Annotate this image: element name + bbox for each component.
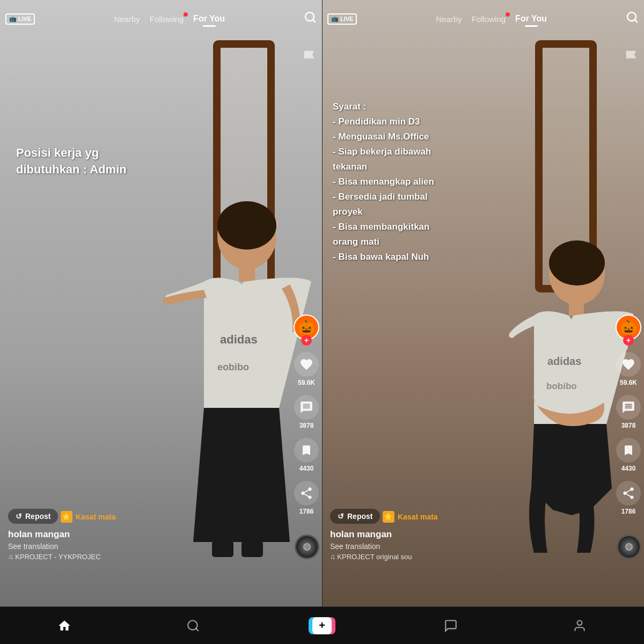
left-comment-icon [294, 395, 319, 420]
right-repost-label: Repost [347, 512, 372, 521]
right-live-badge[interactable]: 📺 LIVE [327, 13, 357, 25]
right-bottom-info: ↺ Repost ⭐ Kasat mata holan mangan See t… [330, 509, 609, 561]
svg-line-19 [196, 628, 199, 631]
left-person-figure: adidas eobibo [161, 140, 311, 569]
right-music-disc-center [625, 543, 633, 551]
right-bookmark-count: 4430 [621, 465, 636, 472]
panel-divider [322, 0, 323, 606]
right-share-count: 1786 [621, 508, 636, 515]
left-share-count: 1786 [299, 508, 314, 515]
left-bottom-info: ↺ Repost ⭐ Kasat mata holan mangan See t… [8, 509, 287, 561]
right-follow-button[interactable]: + [623, 335, 634, 346]
left-nav-for-you[interactable]: For You [193, 14, 225, 24]
svg-line-1 [313, 20, 315, 22]
right-nav-following[interactable]: Following [472, 14, 506, 24]
left-badge-label: Kasat mata [76, 513, 116, 521]
right-share-icon [616, 481, 641, 506]
right-flag-icon[interactable] [624, 48, 639, 65]
left-badge-icon: ⭐ [61, 511, 72, 523]
right-overlay-text: Syarat : - Pendidikan min D3 - Menguasai… [333, 101, 434, 262]
svg-line-11 [635, 20, 637, 22]
bottom-nav-inbox[interactable] [386, 619, 515, 633]
right-video-panel: 📺 LIVE Nearby Following For You [322, 0, 644, 606]
left-like-button[interactable]: 59.6K [294, 352, 319, 386]
right-bookmark-icon [616, 438, 641, 463]
right-tv-icon: 📺 [331, 16, 339, 23]
left-follow-button[interactable]: + [301, 335, 312, 346]
inbox-icon [444, 619, 458, 633]
right-share-button[interactable]: 1786 [616, 481, 641, 515]
left-repost-button[interactable]: ↺ Repost [8, 509, 58, 524]
right-like-count: 59.6K [620, 379, 637, 386]
bottom-nav-add[interactable]: + [258, 617, 386, 634]
right-comment-icon [616, 395, 641, 420]
left-nav-nearby[interactable]: Nearby [114, 14, 140, 24]
right-music-info[interactable]: ♫ KPROJECT original sou [330, 553, 609, 561]
add-center-bg: + [312, 617, 332, 634]
left-like-count: 59.6K [298, 379, 315, 386]
left-music-badge: ⭐ Kasat mata [61, 511, 116, 523]
left-bookmark-button[interactable]: 4430 [294, 438, 319, 472]
left-translation[interactable]: See translation [8, 542, 287, 551]
left-share-icon [294, 481, 319, 506]
svg-point-14 [549, 240, 605, 286]
right-nav-items: Nearby Following For You [436, 14, 547, 24]
svg-rect-5 [239, 266, 255, 282]
right-repost-button[interactable]: ↺ Repost [330, 509, 380, 524]
right-content-text: Syarat : - Pendidikan min D3 - Menguasai… [333, 99, 434, 265]
bottom-nav-discover[interactable] [129, 619, 258, 633]
left-search-icon[interactable] [304, 11, 317, 27]
right-action-bar: 🎃 + 59.6K 3878 [616, 314, 641, 515]
bottom-nav-home[interactable] [0, 619, 129, 633]
svg-text:bobibo: bobibo [546, 381, 577, 391]
left-bookmark-icon [294, 438, 319, 463]
left-flag-icon[interactable] [302, 48, 317, 65]
svg-text:adidas: adidas [547, 355, 581, 367]
right-search-icon[interactable] [626, 11, 639, 27]
left-nav-following[interactable]: Following [150, 14, 184, 24]
left-music-disc[interactable] [295, 535, 319, 559]
left-comment-button[interactable]: 3878 [294, 395, 319, 429]
left-content-text: Posisi kerja yg dibutuhkan : Admin [16, 145, 127, 178]
right-repost-icon: ↺ [338, 512, 344, 521]
bottom-nav-profile[interactable] [515, 619, 644, 633]
left-bookmark-count: 4430 [299, 465, 314, 472]
left-nav-items: Nearby Following For You [114, 14, 225, 24]
right-live-badge-container[interactable]: 📺 LIVE [327, 13, 357, 25]
discover-icon [186, 619, 200, 633]
right-username[interactable]: holan mangan [330, 529, 609, 540]
left-username[interactable]: holan mangan [8, 529, 287, 540]
right-nav-nearby[interactable]: Nearby [436, 14, 462, 24]
svg-point-4 [217, 201, 276, 250]
left-video-panel: 📺 LIVE Nearby Following For You [0, 0, 322, 606]
left-overlay-text: Posisi kerja yg dibutuhkan : Admin [16, 146, 127, 176]
svg-text:eobibo: eobibo [217, 362, 249, 372]
right-translation[interactable]: See translation [330, 542, 609, 551]
left-share-button[interactable]: 1786 [294, 481, 319, 515]
left-repost-icon: ↺ [16, 512, 22, 521]
left-following-label: Following [150, 14, 184, 24]
bottom-navigation: + [0, 606, 644, 644]
left-live-badge-container[interactable]: 📺 LIVE [5, 13, 35, 25]
left-avatar-emoji: 🎃 [298, 319, 315, 336]
left-avatar-container: 🎃 + [294, 314, 319, 340]
left-comment-count: 3878 [299, 422, 314, 429]
home-icon [57, 619, 71, 633]
right-music-badge: ⭐ Kasat mata [383, 511, 438, 523]
right-music-disc[interactable] [617, 535, 641, 559]
right-comment-count: 3878 [621, 422, 636, 429]
right-comment-button[interactable]: 3878 [616, 395, 641, 429]
left-music-disc-center [303, 543, 311, 551]
right-avatar-emoji: 🎃 [620, 319, 637, 336]
left-music-info[interactable]: ♫ KPROJECT - YYKPROJEC [8, 553, 287, 561]
left-action-bar: 🎃 + 59.6K 3878 [294, 314, 319, 515]
right-nav-for-you[interactable]: For You [515, 14, 547, 24]
live-label: LIVE [18, 16, 31, 22]
left-live-badge[interactable]: 📺 LIVE [5, 13, 35, 25]
svg-point-20 [577, 620, 582, 625]
svg-text:adidas: adidas [220, 333, 258, 346]
right-like-button[interactable]: 59.6K [616, 352, 641, 386]
left-top-nav: 📺 LIVE Nearby Following For You [0, 0, 322, 38]
right-live-label: LIVE [340, 16, 353, 22]
right-bookmark-button[interactable]: 4430 [616, 438, 641, 472]
